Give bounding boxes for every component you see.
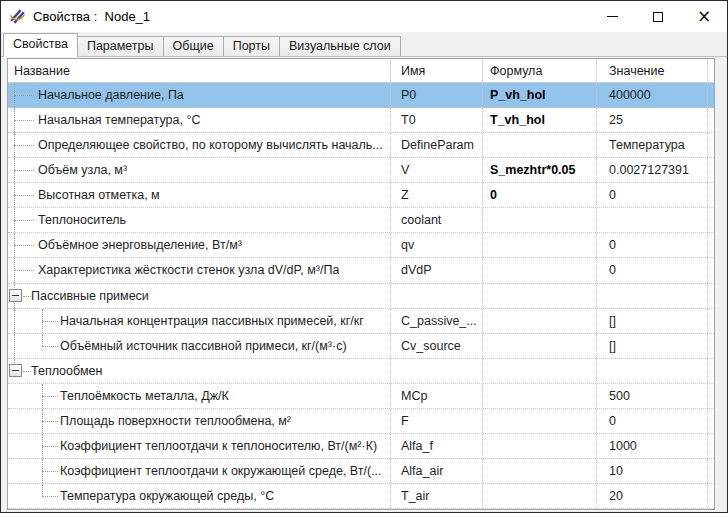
property-name-cell: Характеристика жёсткости стенок узла dV/… [8,258,391,282]
property-value-cell[interactable]: [] [597,309,708,333]
property-param-cell: F [391,409,483,433]
property-formula-cell[interactable] [483,133,597,157]
property-formula-cell[interactable] [483,233,597,257]
tab-visual-layers[interactable]: Визуальные слои [279,36,401,56]
property-param-cell: Alfa_f [391,434,483,458]
property-name: Начальная концентрация пассивных примесе… [8,314,364,328]
property-row[interactable]: Характеристика жёсткости стенок узла dV/… [8,258,714,283]
tree-branch [42,496,58,497]
property-row[interactable]: Теплоносительcoolant [8,208,714,233]
tab-ports[interactable]: Порты [223,36,280,56]
property-formula-cell[interactable] [483,309,597,333]
minimize-button[interactable] [589,1,635,32]
property-name: Объёмное энерговыделение, Вт/м³ [8,238,242,252]
column-header-param[interactable]: Имя [391,59,483,82]
property-row[interactable]: Пассивные примеси [8,284,714,309]
property-value-cell[interactable]: 0 [597,409,708,433]
property-name-cell: Объём узла, м³ [8,158,391,182]
property-formula-cell[interactable]: T_vh_hol [483,108,597,132]
properties-window: Свойства : Node_1 × СвойстваПараметрыОбщ… [0,0,728,513]
header-filler [708,59,714,82]
property-name-cell: Начальная температура, °C [8,108,391,132]
property-name-cell: Начальное давление, Па [8,83,391,107]
property-value-cell[interactable]: 500 [597,384,708,408]
tree-branch [42,396,58,397]
property-row[interactable]: Объём узла, м³VS_mezhtr*0.050.0027127391 [8,158,714,183]
property-name-cell: Начальная концентрация пассивных примесе… [8,309,391,333]
property-name: Начальное давление, Па [8,88,184,102]
property-row[interactable]: Начальная концентрация пассивных примесе… [8,309,714,334]
property-param-cell: Cv_source [391,334,483,358]
grid-header-row: НазваниеИмяФормулаЗначение [8,59,714,83]
property-formula-cell[interactable] [483,208,597,232]
property-formula-cell[interactable] [483,258,597,282]
property-value-cell[interactable] [597,284,708,308]
maximize-button[interactable] [635,1,681,32]
window-controls: × [589,1,727,32]
tab-bar: СвойстваПараметрыОбщиеПортыВизуальные сл… [1,32,727,56]
row-filler [708,284,714,308]
property-row[interactable]: Теплоёмкость металла, Дж/КMCp500 [8,384,714,409]
property-formula-cell[interactable]: S_mezhtr*0.05 [483,158,597,182]
property-formula-cell[interactable] [483,484,597,508]
row-filler [708,459,714,483]
property-formula-cell[interactable]: 0 [483,183,597,207]
property-row[interactable]: Объёмный источник пассивной примеси, кг/… [8,334,714,359]
tab-parameters[interactable]: Параметры [77,36,164,56]
property-value-cell[interactable]: 0 [597,233,708,257]
collapse-minus-icon[interactable] [9,289,22,302]
property-formula-cell[interactable] [483,284,597,308]
property-value-cell[interactable]: 400000 [597,83,708,107]
property-row[interactable]: Коэффициент теплоотдачи к окружающей сре… [8,459,714,484]
property-value-cell[interactable]: Температура [597,133,708,157]
property-formula-cell[interactable] [483,334,597,358]
property-formula-cell[interactable]: P_vh_hol [483,83,597,107]
property-name-cell: Температура окружающей среды, °C [8,484,391,508]
property-value-cell[interactable] [597,359,708,383]
row-filler [708,309,714,333]
property-row[interactable]: Площадь поверхности теплообмена, м²F0 [8,409,714,434]
property-value-cell[interactable]: [] [597,334,708,358]
tree-line [42,484,43,496]
tree-line [14,309,15,333]
property-value-cell[interactable]: 0 [597,183,708,207]
property-value-cell[interactable]: 25 [597,108,708,132]
property-formula-cell[interactable] [483,359,597,383]
titlebar[interactable]: Свойства : Node_1 × [1,1,727,32]
property-param-cell [391,359,483,383]
property-param-cell: qv [391,233,483,257]
tree-branch [42,321,58,322]
column-header-name[interactable]: Название [8,59,391,82]
tab-general[interactable]: Общие [163,36,224,56]
maximize-icon [653,12,663,22]
properties-grid: НазваниеИмяФормулаЗначение Начальное дав… [7,58,715,510]
property-value-cell[interactable]: 0.0027127391 [597,158,708,182]
tree-branch [14,220,34,221]
property-value-cell[interactable]: 20 [597,484,708,508]
collapse-minus-icon[interactable] [9,364,22,377]
row-filler [708,359,714,383]
property-row[interactable]: Температура окружающей среды, °CT_air20 [8,484,714,509]
property-row[interactable]: Высотная отметка, мZ00 [8,183,714,208]
property-row[interactable]: Объёмное энерговыделение, Вт/м³qv0 [8,233,714,258]
column-header-value[interactable]: Значение [597,59,708,82]
property-value-cell[interactable]: 0 [597,258,708,282]
property-value-cell[interactable] [597,208,708,232]
tab-properties[interactable]: Свойства [3,33,78,57]
property-value-cell[interactable]: 10 [597,459,708,483]
property-formula-cell[interactable] [483,459,597,483]
property-formula-cell[interactable] [483,434,597,458]
property-row[interactable]: Начальная температура, °CT0T_vh_hol25 [8,108,714,133]
property-row[interactable]: Начальное давление, ПаP0P_vh_hol400000 [8,83,714,108]
close-button[interactable]: × [681,1,727,32]
property-row[interactable]: Теплообмен [8,359,714,384]
tree-branch [14,145,34,146]
property-value-cell[interactable]: 1000 [597,434,708,458]
property-name: Определяющее свойство, по которому вычис… [8,138,383,152]
tree-branch [14,120,34,121]
property-row[interactable]: Коэффициент теплоотдачи к теплоносителю,… [8,434,714,459]
property-formula-cell[interactable] [483,384,597,408]
property-row[interactable]: Определяющее свойство, по которому вычис… [8,133,714,158]
column-header-formula[interactable]: Формула [483,59,597,82]
property-formula-cell[interactable] [483,409,597,433]
